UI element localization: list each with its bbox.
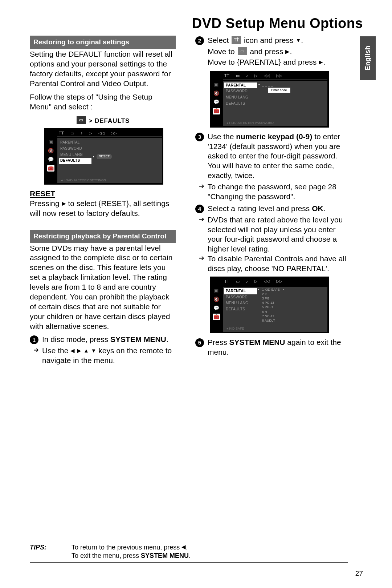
osd-rating: 2 G — [262, 292, 326, 296]
step-4: 4 Select a rating level and press OK. — [195, 204, 348, 214]
osd-rating: 7 NC-17 — [262, 314, 326, 318]
osd-icon: ▷ — [89, 130, 92, 136]
osd-footer: ◂ PLEASE ENTER PASSWORD — [226, 121, 274, 125]
defaults-breadcrumb: > DEFAULTS — [30, 117, 176, 125]
osd-footer: ◂ KID SAFE — [226, 327, 244, 331]
restoring-paragraph-2: Follow the steps of "Using the Setup Men… — [30, 92, 176, 112]
osd-icon: ◁◁ — [98, 130, 104, 136]
step-1-sub: Use the keys on the remote to navigate i… — [30, 346, 176, 366]
osd-rating: 8 AUDLT — [262, 318, 326, 323]
osd-menu-item-highlighted: PARENTAL — [224, 82, 257, 89]
osd-screenshot-defaults: TṪ ▭ ♪ ▷ ◁◁ ▷▷ ▣ 🔇 💬 🧰 PARENTAL PASSWORD… — [44, 128, 163, 185]
sidebar-icon: 💬 — [47, 156, 54, 163]
step-bullet-2: 2 — [195, 36, 204, 45]
sidebar-icon: 🔇 — [47, 148, 54, 154]
osd-menu-item-highlighted: PARENTAL — [224, 288, 257, 294]
osd-topbar: TṪ▭♪▷◁◁▷▷ — [223, 72, 327, 80]
defaults-label: DEFAULTS — [95, 117, 130, 124]
step-4-sub2: To disable Parental Controls and have al… — [195, 254, 348, 274]
step-5: 5 Press SYSTEM MENU again to exit the me… — [195, 338, 348, 357]
right-triangle-icon — [285, 48, 290, 55]
osd-menu: PARENTAL PASSWORD MENU LANG DEFAULTS — [57, 138, 91, 183]
osd-rating: 3 PG — [262, 296, 326, 301]
osd-screenshot-entercode: TṪ▭♪▷◁◁▷▷ ▣🔇💬🧰 PARENTAL PASSWORD MENU LA… — [210, 71, 329, 128]
right-triangle-icon — [62, 200, 66, 207]
osd-rating: 6 R — [262, 310, 326, 314]
reset-heading: RESET — [30, 189, 176, 199]
language-tab: English — [360, 36, 376, 80]
system-icon — [238, 47, 247, 55]
step-4-sub1: DVDs that are rated above the level you … — [195, 215, 348, 254]
step-bullet-1: 1 — [30, 335, 38, 344]
osd-sidebar: ▣ 🔇 💬 🧰 — [44, 138, 57, 185]
step-3: 3 Use the numeric keypad (0-9) to enter … — [195, 132, 348, 181]
step-2-line2: Move to and press . — [195, 47, 348, 57]
step-1: 1 In disc mode, press SYSTEM MENU. — [30, 335, 176, 345]
osd-footer: ◂ LOAD FACTORY SETTINGS — [61, 178, 106, 183]
osd-rating: 4 PG 13 — [262, 301, 326, 305]
osd-icon: TṪ — [59, 130, 64, 136]
sidebar-icon: ▣ — [47, 139, 54, 145]
osd-topbar: TṪ▭♪▷◁◁▷▷ — [223, 278, 327, 285]
step-bullet-4: 4 — [195, 205, 204, 213]
section-heading-parental: Restricting playback by Parental Control — [30, 230, 176, 243]
down-triangle-icon — [91, 347, 97, 354]
osd-menu-item: PASSWORD — [60, 146, 91, 152]
sidebar-icon-selected: 🧰 — [47, 165, 54, 172]
osd-reset-pill: RESET — [97, 154, 112, 159]
left-column: Restoring to original settings Setting t… — [30, 36, 176, 366]
down-triangle-icon — [295, 37, 301, 44]
step-2: 2 Select icon and press . — [195, 36, 348, 45]
page-title: DVD Setup Menu Options — [192, 15, 363, 32]
right-column: 2 Select icon and press . Move to and pr… — [195, 36, 348, 359]
osd-rating: 5 PG-R — [262, 305, 326, 309]
step-bullet-5: 5 — [195, 338, 204, 347]
osd-topbar: TṪ ▭ ♪ ▷ ◁◁ ▷▷ — [57, 129, 162, 137]
step-3-sub: To change the password, see page 28 "Cha… — [195, 182, 348, 202]
step-bullet-3: 3 — [195, 133, 204, 141]
section-heading-restoring: Restoring to original settings — [30, 36, 176, 49]
osd-entercode-label: Enter code — [268, 88, 290, 93]
osd-menu-item: MENU LANG — [60, 152, 91, 158]
osd-icon: ▷▷ — [111, 130, 117, 136]
osd-menu-item: PARENTAL — [60, 140, 91, 146]
right-triangle-icon — [77, 347, 81, 354]
parental-paragraph: Some DVDs may have a parental level assi… — [30, 243, 176, 331]
tips-text: To return to the previous menu, press . … — [72, 543, 340, 560]
osd-icon: ♪ — [81, 130, 83, 136]
tt-icon — [232, 36, 241, 44]
defaults-prefix: > — [89, 117, 95, 124]
restoring-paragraph-1: Setting the DEFAULT function will reset … — [30, 49, 176, 89]
reset-paragraph: Pressing to select {RESET}, all settings… — [30, 199, 176, 218]
right-triangle-icon — [319, 59, 323, 65]
tips-bar: TIPS: To return to the previous menu, pr… — [30, 541, 348, 563]
up-triangle-icon — [83, 347, 89, 354]
osd-screenshot-ratings: TṪ▭♪▷◁◁▷▷ ▣🔇💬🧰 PARENTAL PASSWORD MENU LA… — [210, 277, 329, 333]
page-number: 27 — [355, 569, 363, 578]
osd-icon: ▭ — [70, 130, 74, 136]
left-triangle-icon — [70, 347, 75, 354]
osd-rating: 1 KID SAFE • — [262, 287, 326, 292]
step-2-line3: Move to {PARENTAL} and press . — [195, 57, 348, 67]
osd-menu-item-highlighted: DEFAULTS — [59, 158, 91, 164]
system-icon — [77, 116, 86, 124]
left-triangle-icon — [181, 543, 186, 550]
tips-label: TIPS: — [30, 543, 70, 552]
